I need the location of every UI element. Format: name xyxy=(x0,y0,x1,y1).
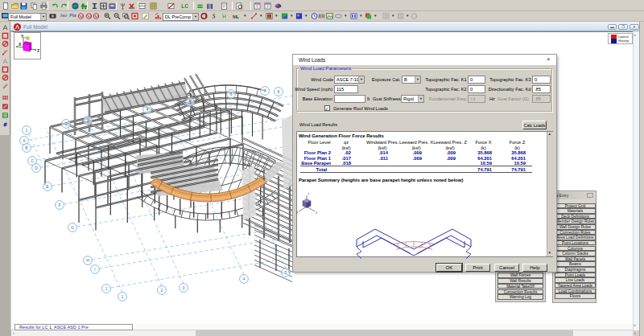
svg-text:X: X xyxy=(296,211,299,215)
svg-text:Z: Z xyxy=(316,211,318,215)
svg-text:Y: Y xyxy=(308,193,310,196)
